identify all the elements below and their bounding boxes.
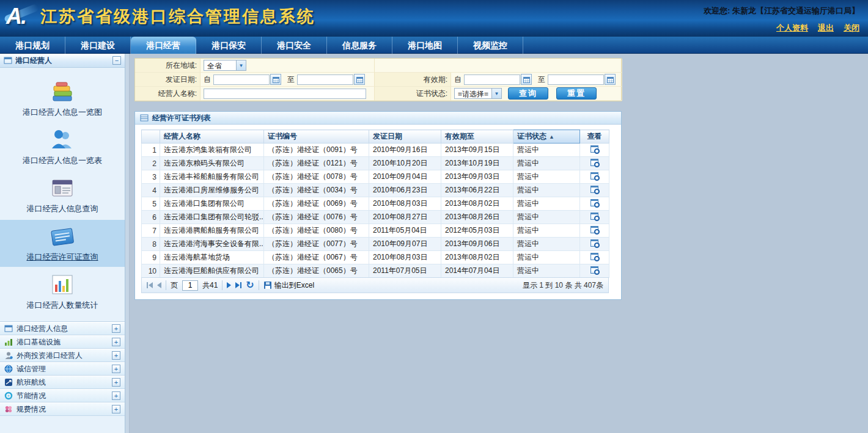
view-button[interactable] (590, 226, 598, 233)
expand-button[interactable]: + (112, 351, 120, 360)
table-row[interactable]: 1 连云港东鸿集装箱有限公司 （苏连）港经证（0091）号 2010年09月16… (142, 144, 609, 157)
last-page-button[interactable] (235, 282, 241, 288)
sidebar-group-energy-saving[interactable]: 节能情况 + (0, 389, 125, 402)
refresh-icon[interactable]: ↻ (246, 280, 254, 290)
bar-chart-icon (0, 272, 125, 297)
sidebar-item-operator-info-query[interactable]: 港口经营人信息查询 (0, 172, 125, 219)
table-row[interactable]: 7 连云港港腾船舶服务有限公司 （苏连）港经证（0080）号 2011年05月0… (142, 224, 609, 238)
page-label: 页 (171, 280, 178, 291)
logout-link[interactable]: 退出 (818, 23, 834, 34)
nav-tab-port-planning[interactable]: 港口规划 (0, 37, 65, 54)
table-row[interactable]: 5 连云港港口集团有限公司 （苏连）港经证（0069）号 2010年08月03日… (142, 197, 609, 211)
table-row[interactable]: 8 连云港港湾海事安全设备有限... （苏连）港经证（0077）号 2010年0… (142, 238, 609, 251)
nav-tab-port-construction[interactable]: 港口建设 (65, 37, 131, 54)
table-row[interactable]: 10 连云港海巨船舶供应有限公司 （苏连）港经证（0065）号 2011年07月… (142, 264, 609, 278)
view-button[interactable] (590, 199, 598, 206)
sidebar-group-label: 外商投资港口经营人 (17, 351, 108, 361)
calendar-button[interactable] (605, 74, 616, 85)
sidebar-item-operator-statistics[interactable]: 港口经营人数量统计 (0, 268, 125, 315)
sidebar-panel-header[interactable]: 港口经营人 − (0, 54, 125, 68)
prev-page-button[interactable] (157, 282, 161, 288)
table-row[interactable]: 9 连云港海航基地货场 （苏连）港经证（0067）号 2010年08月03日 2… (142, 251, 609, 264)
page-number-input[interactable] (182, 280, 198, 291)
sidebar-group-fees[interactable]: 规费情况 + (0, 402, 125, 416)
header-links: 个人资料 退出 关闭 (776, 23, 859, 34)
column-header-status[interactable]: 证书状态▲ (513, 130, 580, 144)
list-icon (140, 114, 149, 122)
view-button[interactable] (590, 159, 598, 166)
sidebar-item-label: 港口经营许可证查询 (0, 252, 125, 263)
sidebar-group-label: 航班航线 (17, 377, 108, 388)
expand-button[interactable]: + (112, 391, 120, 400)
sidebar-item-operator-license-query[interactable]: 港口经营许可证查询 (0, 220, 125, 267)
sidebar-item-operator-overview-chart[interactable]: 港口经营人信息一览图 (0, 75, 125, 122)
nav-tab-port-operation[interactable]: 港口经营 (131, 37, 196, 54)
license-table: 经营人名称 证书编号 发证日期 有效期至 证书状态▲ 查看 1 连云港东鸿集装箱… (141, 129, 609, 278)
operator-name-label: 经营人名称: (135, 87, 200, 101)
foreign-investor-icon (4, 351, 13, 360)
sidebar-group-port-infrastructure[interactable]: 港口基础设施 + (0, 335, 125, 349)
view-button[interactable] (590, 266, 598, 274)
valid-date-from-input[interactable] (464, 75, 520, 85)
issue-date-to-input[interactable] (297, 75, 353, 85)
calendar-icon (607, 76, 614, 83)
calendar-button[interactable] (354, 74, 365, 85)
separator (222, 280, 223, 290)
view-button[interactable] (590, 186, 598, 193)
nav-tab-info-service[interactable]: 信息服务 (327, 37, 392, 54)
view-button[interactable] (590, 172, 598, 180)
profile-link[interactable]: 个人资料 (776, 23, 808, 34)
expand-button[interactable]: + (112, 365, 120, 373)
view-button[interactable] (590, 239, 598, 247)
nav-tab-video-monitor[interactable]: 视频监控 (458, 37, 523, 54)
column-header-valid-to[interactable]: 有效期至 (441, 130, 513, 144)
sidebar-group-flight-routes[interactable]: 航班航线 + (0, 376, 125, 389)
table-row[interactable]: 6 连云港港口集团有限公司轮驳... （苏连）港经证（0076）号 2010年0… (142, 211, 609, 224)
nav-tab-port-security[interactable]: 港口保安 (196, 37, 262, 54)
sidebar-group-operator-info[interactable]: 港口经营人信息 + (0, 322, 125, 335)
query-button[interactable]: 查询 (508, 87, 548, 100)
sidebar-group-label: 诚信管理 (17, 364, 108, 374)
sidebar-item-operator-overview-table[interactable]: 港口经营人信息一览表 (0, 123, 125, 170)
validity-fields: 自 至 (451, 73, 622, 87)
logo-mark: A. (6, 4, 26, 29)
first-page-button[interactable] (147, 282, 153, 288)
sidebar-group-foreign-invested-operators[interactable]: 外商投资港口经营人 + (0, 349, 125, 362)
collapse-button[interactable]: − (112, 56, 121, 65)
total-pages-label: 共41 (202, 280, 218, 291)
expand-button[interactable]: + (112, 338, 120, 346)
region-select[interactable]: 全省 ▼ (204, 60, 246, 71)
sidebar-splitter[interactable] (125, 54, 130, 433)
expand-button[interactable]: + (112, 324, 120, 333)
operator-name-input[interactable] (204, 89, 366, 99)
close-link[interactable]: 关闭 (844, 23, 859, 34)
nav-tab-port-map[interactable]: 港口地图 (392, 37, 458, 54)
table-row[interactable]: 2 连云港东粮码头有限公司 （苏连）港经证（0121）号 2010年10月20日… (142, 157, 609, 170)
column-header-name[interactable]: 经营人名称 (160, 130, 264, 144)
export-excel-button[interactable]: 输出到Excel (263, 280, 314, 291)
sidebar-group-integrity-management[interactable]: 诚信管理 + (0, 362, 125, 376)
calendar-button[interactable] (521, 74, 532, 85)
calendar-icon (523, 76, 530, 83)
issue-date-from-input[interactable] (213, 75, 270, 85)
integrity-globe-icon (4, 365, 13, 373)
results-panel: 经营许可证书列表 经营人名称 证书编号 发证日期 有效期至 (134, 111, 622, 300)
nav-tab-port-safety[interactable]: 港口安全 (262, 37, 327, 54)
valid-date-to-input[interactable] (548, 75, 604, 85)
view-button[interactable] (590, 145, 598, 153)
view-button[interactable] (590, 213, 598, 220)
view-button[interactable] (590, 253, 598, 260)
expand-button[interactable]: + (112, 378, 120, 387)
grid-window-icon (4, 324, 13, 333)
reset-button[interactable]: 重置 (556, 87, 597, 100)
column-header-cert-no[interactable]: 证书编号 (264, 130, 369, 144)
results-panel-body: 经营人名称 证书编号 发证日期 有效期至 证书状态▲ 查看 1 连云港东鸿集装箱… (135, 125, 621, 299)
next-page-button[interactable] (227, 282, 231, 288)
table-row[interactable]: 4 连云港港口房屋维修服务公司 （苏连）港经证（0034）号 2010年06月2… (142, 184, 609, 197)
sidebar-panel-title: 港口经营人 (15, 56, 109, 66)
calendar-button[interactable] (270, 74, 281, 85)
table-row[interactable]: 3 连云港丰裕船舶服务有限公司 （苏连）港经证（0078）号 2010年09月0… (142, 170, 609, 184)
column-header-issue-date[interactable]: 发证日期 (369, 130, 441, 144)
status-select[interactable]: =请选择= ▼ (454, 88, 502, 99)
expand-button[interactable]: + (112, 405, 120, 413)
